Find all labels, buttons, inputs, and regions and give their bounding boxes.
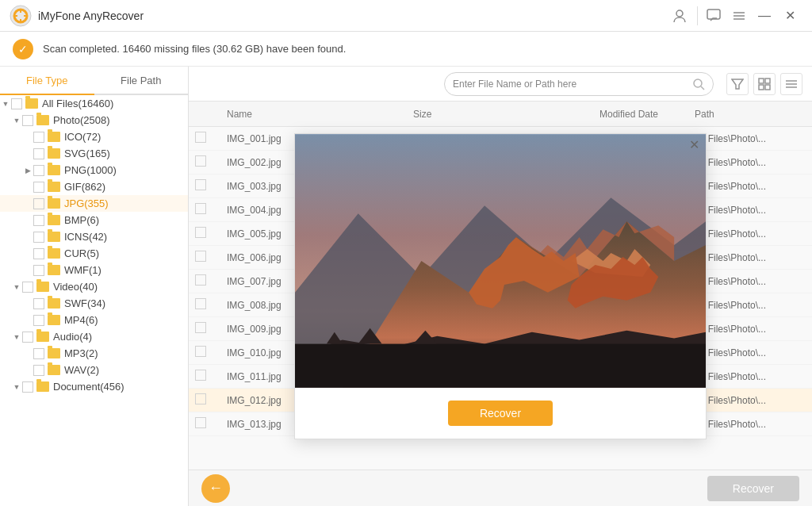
minimize-button[interactable]: — xyxy=(752,5,777,27)
item-checkbox[interactable] xyxy=(33,265,44,276)
tree-item-png[interactable]: ▶ PNG(1000) xyxy=(0,162,188,178)
item-label: SVG(165) xyxy=(64,148,110,159)
menu-button[interactable] xyxy=(726,5,752,27)
item-checkbox[interactable] xyxy=(33,315,44,326)
svg-point-2 xyxy=(676,10,683,17)
title-bar: iMyFone AnyRecover — ✕ xyxy=(0,0,812,32)
expand-arrow: ▶ xyxy=(22,167,33,174)
expand-arrow: ▼ xyxy=(0,100,11,108)
recover-button-modal[interactable]: Recover xyxy=(448,401,553,426)
tree-item-jpg[interactable]: JPG(355) xyxy=(0,195,188,212)
tree-item-wmf[interactable]: WMF(1) xyxy=(0,262,188,278)
folder-icon xyxy=(36,332,49,342)
tree-item-cur[interactable]: CUR(5) xyxy=(0,245,188,262)
app-title: iMyFone AnyRecover xyxy=(38,10,665,22)
item-checkbox[interactable] xyxy=(22,381,33,393)
tab-file-path[interactable]: File Path xyxy=(94,67,189,95)
preview-actions: Recover xyxy=(295,388,706,439)
folder-icon xyxy=(48,132,60,142)
tree-item-mp3[interactable]: MP3(2) xyxy=(0,345,188,362)
item-checkbox[interactable] xyxy=(33,215,44,226)
svg-rect-25 xyxy=(295,344,706,388)
close-button[interactable]: ✕ xyxy=(777,5,802,27)
folder-icon xyxy=(48,165,60,175)
expand-arrow: ▼ xyxy=(11,383,22,391)
item-checkbox[interactable] xyxy=(33,182,44,193)
separator xyxy=(697,6,698,25)
folder-icon xyxy=(48,315,60,325)
tree-item-audio[interactable]: ▼ Audio(4) xyxy=(0,328,188,345)
tree-item-bmp[interactable]: BMP(6) xyxy=(0,212,188,228)
item-label: PNG(1000) xyxy=(64,164,117,176)
folder-icon xyxy=(48,348,60,358)
tab-file-type[interactable]: File Type xyxy=(0,67,94,95)
tree-item-wav[interactable]: WAV(2) xyxy=(0,362,188,378)
tree-item-all[interactable]: ▼ All Files(16460) xyxy=(0,95,188,112)
item-checkbox[interactable] xyxy=(22,115,33,126)
folder-icon xyxy=(48,248,60,259)
item-checkbox[interactable] xyxy=(33,132,44,143)
tree-item-icns[interactable]: ICNS(42) xyxy=(0,228,188,245)
folder-icon xyxy=(25,98,38,109)
preview-overlay: ✕ xyxy=(189,67,812,506)
item-label: ICO(72) xyxy=(64,131,101,143)
item-checkbox[interactable] xyxy=(33,198,44,209)
tree-item-doc[interactable]: ▼ Document(456) xyxy=(0,378,188,395)
item-label: WMF(1) xyxy=(64,264,102,276)
item-checkbox[interactable] xyxy=(33,298,44,309)
item-label: MP4(6) xyxy=(64,314,98,326)
success-icon: ✓ xyxy=(13,39,33,59)
folder-icon xyxy=(36,381,49,392)
item-checkbox[interactable] xyxy=(11,98,22,109)
item-label: Document(456) xyxy=(53,381,124,393)
tree-item-ico[interactable]: ICO(72) xyxy=(0,128,188,145)
preview-image xyxy=(295,134,706,388)
main-content: File Type File Path ▼ All Files(16460) ▼… xyxy=(0,67,812,506)
sidebar-tabs: File Type File Path xyxy=(0,67,188,95)
content-area: Name Size Modified Date Path IMG_001.jpg… xyxy=(189,67,812,506)
expand-arrow: ▼ xyxy=(11,117,22,125)
item-checkbox[interactable] xyxy=(33,165,44,176)
folder-icon xyxy=(36,115,49,125)
tree-item-photo[interactable]: ▼ Photo(2508) xyxy=(0,112,188,128)
folder-icon xyxy=(48,182,60,192)
expand-arrow: ▼ xyxy=(11,333,22,341)
item-checkbox[interactable] xyxy=(33,348,44,359)
user-icon-button[interactable] xyxy=(665,5,694,27)
tree-item-video[interactable]: ▼ Video(40) xyxy=(0,278,188,295)
item-label: Photo(2508) xyxy=(53,114,110,126)
item-label: GIF(862) xyxy=(64,181,105,193)
folder-icon xyxy=(48,198,60,209)
tree-item-gif[interactable]: GIF(862) xyxy=(0,178,188,195)
folder-icon xyxy=(48,365,60,375)
item-label: JPG(355) xyxy=(64,197,109,209)
chat-button[interactable] xyxy=(701,5,726,27)
folder-icon xyxy=(48,232,60,242)
folder-icon xyxy=(48,215,60,225)
item-checkbox[interactable] xyxy=(22,282,33,293)
tree-item-mp4[interactable]: MP4(6) xyxy=(0,312,188,328)
item-label: All Files(16460) xyxy=(42,98,113,109)
notification-text: Scan completed. 16460 missing files (30.… xyxy=(43,43,346,55)
item-label: CUR(5) xyxy=(64,247,99,259)
svg-rect-3 xyxy=(707,10,720,19)
tree-item-svg[interactable]: SVG(165) xyxy=(0,145,188,162)
app-logo xyxy=(10,5,32,27)
item-checkbox[interactable] xyxy=(22,332,33,343)
item-label: BMP(6) xyxy=(64,214,99,226)
item-label: SWF(34) xyxy=(64,297,105,309)
folder-icon xyxy=(48,148,60,159)
item-checkbox[interactable] xyxy=(33,232,44,243)
item-label: Audio(4) xyxy=(53,331,92,343)
tree-item-swf[interactable]: SWF(34) xyxy=(0,295,188,312)
item-checkbox[interactable] xyxy=(33,248,44,259)
notification-bar: ✓ Scan completed. 16460 missing files (3… xyxy=(0,32,812,67)
file-tree: ▼ All Files(16460) ▼ Photo(2508) ICO(72)… xyxy=(0,95,188,395)
item-checkbox[interactable] xyxy=(33,365,44,376)
item-label: ICNS(42) xyxy=(64,231,107,243)
folder-icon xyxy=(48,265,60,275)
sidebar: File Type File Path ▼ All Files(16460) ▼… xyxy=(0,67,189,506)
preview-modal: ✕ xyxy=(294,133,707,439)
item-checkbox[interactable] xyxy=(33,148,44,159)
preview-close-button[interactable]: ✕ xyxy=(689,139,699,151)
